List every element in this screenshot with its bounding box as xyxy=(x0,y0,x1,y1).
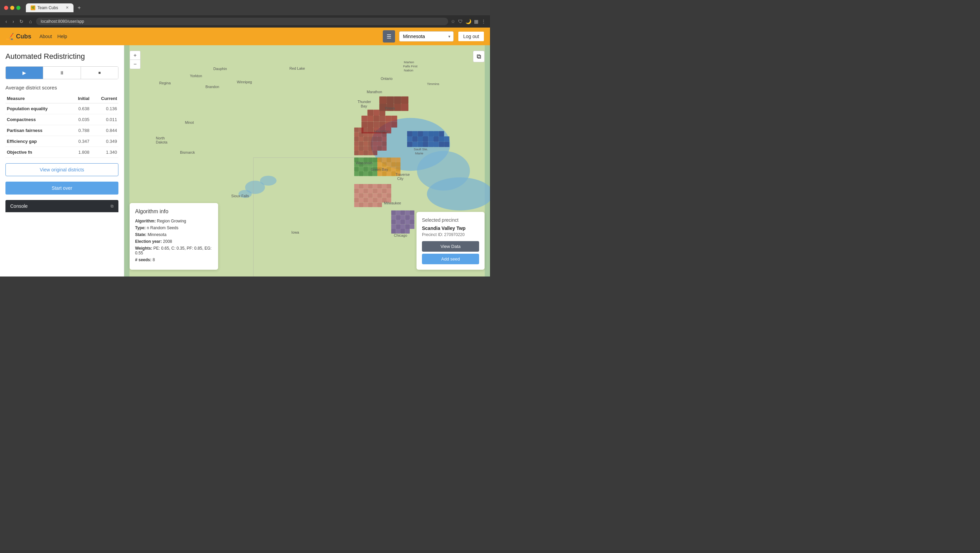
algo-algorithm-label: Algorithm: xyxy=(135,219,156,224)
svg-text:Marathon: Marathon xyxy=(367,90,382,94)
svg-text:Wawa: Wawa xyxy=(385,106,395,110)
svg-rect-89 xyxy=(382,146,387,151)
help-link[interactable]: Help xyxy=(57,34,67,39)
back-button[interactable]: ‹ xyxy=(4,17,8,25)
new-tab-button[interactable]: + xyxy=(75,3,83,12)
selected-precinct-panel: Selected precinct Scandia Valley Twp Pre… xyxy=(417,212,485,270)
nav-logo: 🏒 Cubs xyxy=(5,32,31,40)
page-title: Automated Redistricting xyxy=(5,52,118,61)
svg-rect-143 xyxy=(354,189,359,194)
svg-rect-177 xyxy=(410,211,414,215)
main-content: Automated Redistricting ▶ ⏸ ■ Average di… xyxy=(0,45,490,276)
svg-rect-57 xyxy=(439,142,444,147)
forward-button[interactable]: › xyxy=(11,17,16,25)
start-over-button[interactable]: Start over xyxy=(5,182,118,194)
measure-cell: Objective fn xyxy=(5,147,70,158)
active-tab[interactable]: 🌿 Team Cubs ✕ xyxy=(26,3,73,12)
svg-rect-160 xyxy=(359,198,364,203)
initial-cell: 0.638 xyxy=(70,103,91,114)
state-select[interactable]: Minnesota Wisconsin Iowa North Dakota So… xyxy=(399,31,453,41)
play-button[interactable]: ▶ xyxy=(6,67,43,79)
svg-rect-51 xyxy=(428,142,434,147)
svg-rect-118 xyxy=(391,157,396,162)
console-expand-icon[interactable]: ⧉ xyxy=(111,204,114,208)
map-layers-button[interactable]: ⧉ xyxy=(473,51,485,62)
stop-button[interactable]: ■ xyxy=(81,67,118,79)
svg-rect-191 xyxy=(405,224,410,229)
map-area[interactable]: Yorkton Dauphin Red Lake Brandon Winnipe… xyxy=(124,45,490,276)
minimize-button[interactable] xyxy=(10,6,14,10)
svg-rect-142 xyxy=(387,184,391,189)
svg-rect-136 xyxy=(359,184,364,189)
svg-rect-179 xyxy=(396,215,401,220)
precinct-id-value: 270970220 xyxy=(444,232,465,237)
logout-button[interactable]: Log out xyxy=(458,31,485,42)
svg-rect-42 xyxy=(417,137,423,142)
svg-rect-64 xyxy=(363,132,368,137)
svg-text:Green Bay: Green Bay xyxy=(371,167,388,172)
svg-rect-49 xyxy=(417,142,423,147)
svg-rect-162 xyxy=(368,198,373,203)
tab-close-icon[interactable]: ✕ xyxy=(66,5,69,10)
svg-rect-15 xyxy=(385,116,391,121)
layers-icon: ⧉ xyxy=(477,53,481,60)
menu-icon[interactable]: ⋮ xyxy=(481,19,486,24)
menu-button[interactable]: ☰ xyxy=(383,30,395,43)
tab-bar: 🌿 Team Cubs ✕ + xyxy=(26,3,83,12)
svg-text:Traverse: Traverse xyxy=(395,172,410,176)
col-current: Current xyxy=(91,94,118,103)
home-button[interactable]: ⌂ xyxy=(27,17,33,25)
svg-rect-44 xyxy=(423,137,428,142)
svg-rect-82 xyxy=(382,141,387,146)
traffic-lights xyxy=(4,6,21,10)
svg-rect-48 xyxy=(412,142,418,147)
svg-rect-189 xyxy=(396,224,401,229)
svg-rect-192 xyxy=(410,224,414,229)
svg-rect-123 xyxy=(396,157,401,162)
svg-rect-195 xyxy=(401,229,405,234)
svg-rect-10 xyxy=(373,110,379,115)
browser-chrome: 🌿 Team Cubs ✕ + xyxy=(0,0,490,15)
svg-text:Sioux Falls: Sioux Falls xyxy=(231,194,249,198)
svg-rect-170 xyxy=(368,202,373,207)
fullscreen-button[interactable] xyxy=(16,6,21,10)
svg-rect-182 xyxy=(410,215,414,220)
svg-rect-190 xyxy=(401,224,405,229)
svg-rect-113 xyxy=(368,172,373,176)
address-bar[interactable]: localhost:8080/user/app xyxy=(36,17,448,25)
svg-rect-173 xyxy=(391,211,396,215)
svg-rect-188 xyxy=(391,224,396,229)
svg-rect-52 xyxy=(434,131,439,137)
logo-text: Cubs xyxy=(16,33,31,40)
svg-rect-147 xyxy=(372,189,377,194)
reload-button[interactable]: ↻ xyxy=(18,17,25,25)
svg-rect-161 xyxy=(363,198,368,203)
top-nav: 🏒 Cubs About Help ☰ Minnesota Wisconsin … xyxy=(0,27,490,45)
measure-cell: Compactness xyxy=(5,114,70,125)
svg-rect-140 xyxy=(377,184,382,189)
svg-text:Timmins: Timmins xyxy=(427,82,439,86)
svg-rect-68 xyxy=(368,132,373,137)
svg-text:Yorkton: Yorkton xyxy=(190,74,202,78)
zoom-in-button[interactable]: + xyxy=(130,51,140,60)
svg-rect-176 xyxy=(405,211,410,215)
svg-rect-137 xyxy=(363,184,368,189)
pause-button[interactable]: ⏸ xyxy=(43,67,81,79)
svg-rect-23 xyxy=(361,121,367,127)
svg-rect-78 xyxy=(377,137,382,141)
svg-rect-32 xyxy=(387,97,394,104)
table-row: Partisan fairness 0.788 0.844 xyxy=(5,125,118,136)
view-original-districts-button[interactable]: View original districts xyxy=(5,163,118,176)
about-link[interactable]: About xyxy=(40,34,52,39)
svg-rect-112 xyxy=(363,172,368,176)
svg-text:Dakota: Dakota xyxy=(156,140,167,144)
svg-rect-158 xyxy=(387,193,391,198)
zoom-out-button[interactable]: − xyxy=(130,60,140,69)
close-button[interactable] xyxy=(4,6,8,10)
svg-rect-153 xyxy=(363,193,368,198)
bookmark-icon[interactable]: ☆ xyxy=(451,19,455,24)
svg-rect-148 xyxy=(377,189,382,194)
view-data-button[interactable]: View Data xyxy=(422,241,479,252)
add-seed-button[interactable]: Add seed xyxy=(422,254,479,264)
svg-rect-135 xyxy=(354,184,359,189)
